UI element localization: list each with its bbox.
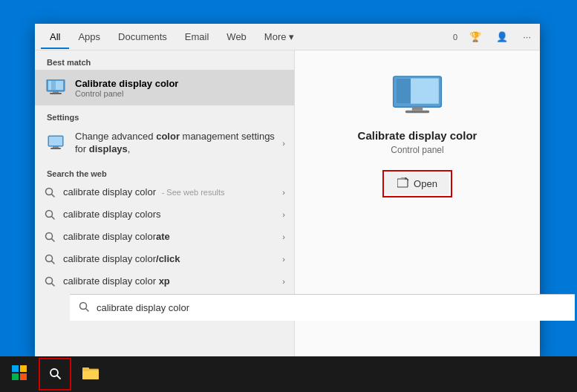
- svg-line-10: [52, 194, 55, 197]
- tabs-right-icons: 0 🏆 👤 ···: [453, 28, 534, 45]
- search-popup: All Apps Documents Email Web More ▾ 0 🏆 …: [35, 24, 540, 356]
- open-btn-wrapper: Open: [382, 170, 452, 197]
- web-item-4[interactable]: calibrate display color/click ›: [35, 248, 294, 270]
- tab-email[interactable]: Email: [176, 25, 218, 48]
- web-search-label: Search the web: [35, 162, 294, 181]
- notification-badge: 0: [453, 33, 457, 42]
- svg-rect-22: [412, 107, 423, 111]
- more-icon[interactable]: ···: [520, 28, 534, 45]
- web-suffix-1: - See web results: [162, 188, 225, 197]
- svg-rect-6: [49, 137, 62, 146]
- search-icon-2: [44, 209, 56, 220]
- svg-line-18: [52, 283, 55, 286]
- open-button-label: Open: [414, 178, 437, 189]
- settings-chevron: ›: [282, 139, 285, 148]
- best-match-title: Calibrate display color: [75, 78, 285, 89]
- svg-line-16: [52, 261, 55, 264]
- windows-logo-icon: [12, 365, 27, 384]
- svg-rect-21: [396, 79, 411, 104]
- web-item-1[interactable]: calibrate display color - See web result…: [35, 181, 294, 203]
- search-icon-3: [44, 231, 56, 243]
- web-text-4: calibrate display color/click: [63, 253, 282, 264]
- trophy-icon[interactable]: 🏆: [466, 28, 484, 45]
- svg-line-12: [52, 216, 55, 219]
- web-chevron-1: ›: [282, 188, 285, 197]
- svg-rect-7: [53, 146, 59, 148]
- tab-documents[interactable]: Documents: [109, 25, 176, 48]
- svg-rect-3: [53, 91, 59, 93]
- settings-label: Settings: [35, 105, 294, 125]
- svg-rect-2: [51, 81, 56, 90]
- tab-all[interactable]: All: [41, 25, 69, 48]
- web-text-1: calibrate display color - See web result…: [63, 186, 282, 197]
- svg-rect-29: [20, 365, 27, 372]
- settings-text: Change advanced color management setting…: [75, 131, 282, 156]
- search-bar: calibrate display color: [70, 294, 575, 321]
- web-item-5[interactable]: calibrate display color xp ›: [35, 270, 294, 293]
- search-icon-5: [44, 275, 56, 287]
- tabs-row: All Apps Documents Email Web More ▾ 0 🏆 …: [35, 24, 540, 50]
- svg-rect-28: [12, 365, 19, 372]
- taskbar-file-explorer-button[interactable]: [74, 358, 107, 391]
- svg-line-14: [52, 238, 55, 241]
- best-match-item[interactable]: Calibrate display color Control panel: [35, 70, 294, 105]
- search-bar-icon: [79, 301, 89, 314]
- tab-web[interactable]: Web: [218, 25, 255, 48]
- svg-line-27: [86, 309, 89, 312]
- search-icon-1: [44, 186, 56, 198]
- best-match-subtitle: Control panel: [75, 89, 285, 98]
- tab-apps[interactable]: Apps: [69, 25, 109, 48]
- web-chevron-5: ›: [282, 277, 285, 286]
- taskbar: [0, 356, 577, 392]
- best-match-text: Calibrate display color Control panel: [75, 78, 285, 98]
- settings-item[interactable]: Change advanced color management setting…: [35, 125, 294, 162]
- folder-icon: [82, 366, 99, 383]
- svg-rect-4: [50, 93, 62, 94]
- app-type-large: Control panel: [391, 145, 443, 155]
- svg-rect-24: [397, 179, 408, 187]
- desktop: All Apps Documents Email Web More ▾ 0 🏆 …: [0, 0, 577, 392]
- svg-rect-36: [82, 370, 99, 379]
- svg-line-33: [57, 376, 60, 379]
- open-button[interactable]: Open: [385, 173, 449, 195]
- best-match-label: Best match: [35, 50, 294, 70]
- settings-icon: [44, 131, 68, 155]
- open-icon: [397, 177, 409, 190]
- svg-rect-23: [405, 111, 429, 114]
- windows-start-button[interactable]: [3, 358, 36, 391]
- search-icon-4: [44, 253, 56, 265]
- web-text-3: calibrate display colorate: [63, 231, 282, 242]
- svg-rect-31: [20, 373, 27, 380]
- calibrate-icon: [44, 76, 68, 99]
- web-chevron-4: ›: [282, 255, 285, 264]
- web-item-3[interactable]: calibrate display colorate ›: [35, 226, 294, 248]
- search-input-text[interactable]: calibrate display color: [97, 302, 566, 313]
- svg-rect-30: [12, 373, 19, 380]
- tab-more[interactable]: More ▾: [255, 25, 303, 48]
- web-chevron-2: ›: [282, 210, 285, 219]
- web-text-5: calibrate display color xp: [63, 275, 282, 287]
- app-icon-large: [388, 73, 447, 117]
- web-chevron-3: ›: [282, 232, 285, 241]
- taskbar-search-button[interactable]: [39, 358, 71, 391]
- web-text-2: calibrate display colors: [63, 209, 282, 220]
- web-item-2[interactable]: calibrate display colors ›: [35, 203, 294, 226]
- taskbar-search-icon: [49, 368, 61, 382]
- svg-rect-37: [82, 368, 89, 371]
- svg-rect-8: [50, 148, 61, 149]
- person-icon[interactable]: 👤: [493, 28, 511, 45]
- app-name-large: Calibrate display color: [358, 129, 477, 142]
